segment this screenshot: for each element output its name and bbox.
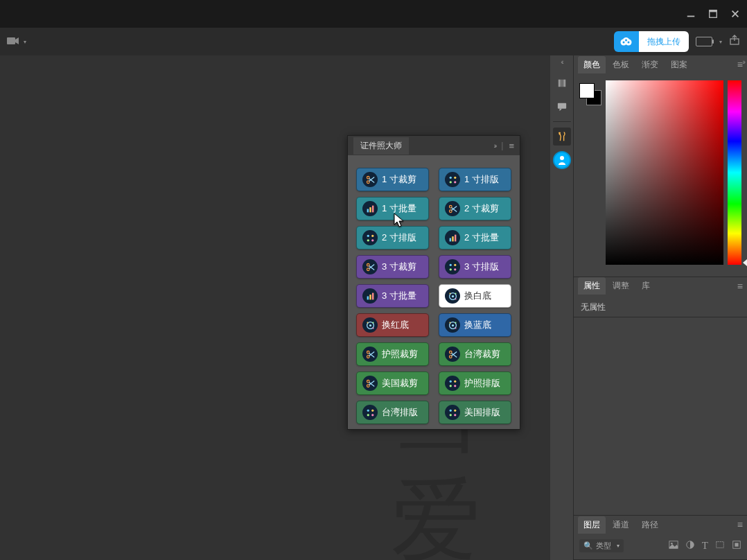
svg-point-33 — [367, 234, 369, 236]
color-field[interactable] — [606, 80, 723, 265]
svg-point-53 — [455, 298, 456, 299]
plugin-action-2[interactable]: 1 寸批量 — [356, 197, 429, 220]
window-maximize-button[interactable] — [707, 8, 719, 20]
panel-menu-icon[interactable]: ≡ — [737, 519, 743, 530]
svg-point-58 — [372, 327, 374, 329]
svg-rect-19 — [717, 541, 724, 548]
fg-color-swatch[interactable] — [579, 83, 595, 98]
share-icon[interactable] — [729, 35, 740, 49]
collapse-chevron-right-icon[interactable]: ›› — [742, 58, 744, 66]
svg-point-74 — [367, 409, 369, 411]
svg-point-56 — [367, 322, 368, 323]
id-photo-plugin-panel: 证件照大师 ›› | ≡ 1 寸裁剪1 寸排版1 寸批量2 寸裁剪2 寸排版2 … — [347, 135, 520, 430]
svg-point-62 — [455, 322, 456, 323]
hue-slider[interactable] — [728, 80, 741, 265]
plugin-action-label: 换白底 — [464, 290, 491, 302]
plugin-action-4[interactable]: 2 寸排版 — [356, 226, 429, 250]
comment-icon[interactable] — [553, 98, 571, 116]
chevron-down-icon[interactable]: ▾ — [24, 39, 26, 45]
tab-channels[interactable]: 通道 — [607, 516, 635, 534]
svg-rect-0 — [687, 16, 695, 17]
plugin-action-11[interactable]: 换蓝底 — [439, 313, 511, 337]
svg-point-34 — [371, 234, 374, 236]
utensils-icon[interactable] — [553, 128, 571, 146]
panel-menu-icon[interactable]: ≡ — [737, 281, 743, 292]
tab-color[interactable]: 颜色 — [578, 56, 606, 73]
plugin-menu-icon[interactable]: ≡ — [509, 141, 514, 151]
divider — [553, 121, 571, 122]
plugin-action-10[interactable]: 换红底 — [356, 313, 429, 337]
svg-rect-48 — [371, 292, 373, 299]
svg-rect-3 — [7, 37, 15, 44]
search-icon: 🔍 — [583, 541, 593, 550]
top-toolbar: ▾ 拖拽上传 ▾ — [0, 28, 747, 55]
cloud-upload-button[interactable]: 拖拽上传 — [614, 31, 689, 52]
svg-rect-13 — [563, 80, 565, 87]
vertical-tool-strip: ‹‹ — [550, 55, 574, 560]
chevron-down-icon[interactable]: ▾ — [719, 39, 722, 45]
collapse-chevron-left-icon[interactable]: ‹‹ — [561, 58, 563, 66]
cloud-upload-label: 拖拽上传 — [639, 31, 689, 52]
svg-rect-46 — [367, 296, 368, 299]
avatar-icon[interactable] — [553, 151, 571, 169]
grid-icon — [445, 376, 460, 391]
plugin-action-label: 3 寸批量 — [382, 290, 416, 302]
svg-rect-14 — [557, 103, 565, 109]
plugin-action-17[interactable]: 美国排版 — [439, 401, 511, 424]
camera-icon[interactable] — [7, 36, 19, 48]
properties-empty-text: 无属性 — [581, 302, 606, 312]
plugin-action-0[interactable]: 1 寸裁剪 — [356, 168, 429, 191]
plugin-action-14[interactable]: 美国裁剪 — [356, 371, 429, 395]
svg-point-71 — [454, 380, 456, 382]
svg-point-80 — [449, 414, 451, 416]
plugin-action-label: 1 寸批量 — [382, 202, 416, 215]
svg-rect-30 — [371, 205, 373, 212]
plugin-action-1[interactable]: 1 寸排版 — [439, 168, 511, 191]
layer-type-filter[interactable]: 🔍 类型 ▾ — [579, 539, 624, 552]
hue-slider-handle-icon[interactable] — [743, 259, 747, 266]
svg-point-76 — [367, 414, 369, 416]
tab-library[interactable]: 库 — [636, 277, 656, 295]
chart-icon — [362, 288, 378, 304]
plugin-action-9[interactable]: 换白底 — [439, 284, 511, 308]
tab-layers[interactable]: 图层 — [578, 516, 606, 534]
plugin-action-5[interactable]: 2 寸批量 — [439, 226, 511, 250]
filter-image-icon[interactable] — [669, 540, 678, 552]
window-minimize-button[interactable] — [685, 8, 697, 20]
plugin-action-15[interactable]: 护照排版 — [439, 371, 511, 395]
tab-gradient[interactable]: 渐变 — [636, 56, 664, 73]
plugin-action-label: 美国排版 — [464, 406, 500, 419]
tab-adjust[interactable]: 调整 — [607, 277, 635, 295]
svg-point-45 — [454, 268, 456, 270]
window-close-button[interactable] — [729, 8, 741, 20]
tab-paths[interactable]: 路径 — [636, 516, 664, 534]
chevron-down-icon: ▾ — [617, 543, 619, 549]
plugin-action-16[interactable]: 台湾排版 — [356, 401, 429, 424]
plugin-action-8[interactable]: 3 寸批量 — [356, 284, 429, 308]
plugin-action-7[interactable]: 3 寸排版 — [439, 255, 511, 279]
history-icon[interactable] — [553, 74, 571, 92]
fg-bg-swatch[interactable] — [579, 83, 601, 105]
filter-text-icon[interactable]: T — [702, 540, 708, 552]
color-panel: ›› 颜色 色板 渐变 图案 ≡ — [574, 55, 747, 277]
svg-point-72 — [449, 385, 451, 387]
plugin-header[interactable]: 证件照大师 ›› | ≡ — [348, 136, 520, 155]
plugin-action-6[interactable]: 3 寸裁剪 — [356, 255, 429, 279]
svg-point-77 — [371, 414, 374, 416]
filter-adjust-icon[interactable] — [685, 540, 695, 552]
battery-icon[interactable] — [696, 37, 712, 46]
plugin-collapse-icon[interactable]: ›› — [494, 142, 496, 150]
tab-properties[interactable]: 属性 — [578, 277, 606, 295]
svg-point-43 — [454, 263, 456, 265]
tab-swatches[interactable]: 色板 — [607, 56, 635, 73]
filter-shape-icon[interactable] — [715, 540, 725, 552]
scissors-icon — [445, 347, 460, 362]
filter-smart-icon[interactable] — [732, 540, 741, 552]
svg-point-75 — [371, 409, 374, 411]
svg-point-81 — [454, 414, 456, 416]
tab-pattern[interactable]: 图案 — [665, 56, 693, 73]
plugin-action-12[interactable]: 护照裁剪 — [356, 342, 429, 366]
plugin-action-13[interactable]: 台湾裁剪 — [439, 342, 511, 366]
plugin-action-label: 3 寸裁剪 — [382, 261, 416, 273]
plugin-action-3[interactable]: 2 寸裁剪 — [439, 197, 511, 220]
